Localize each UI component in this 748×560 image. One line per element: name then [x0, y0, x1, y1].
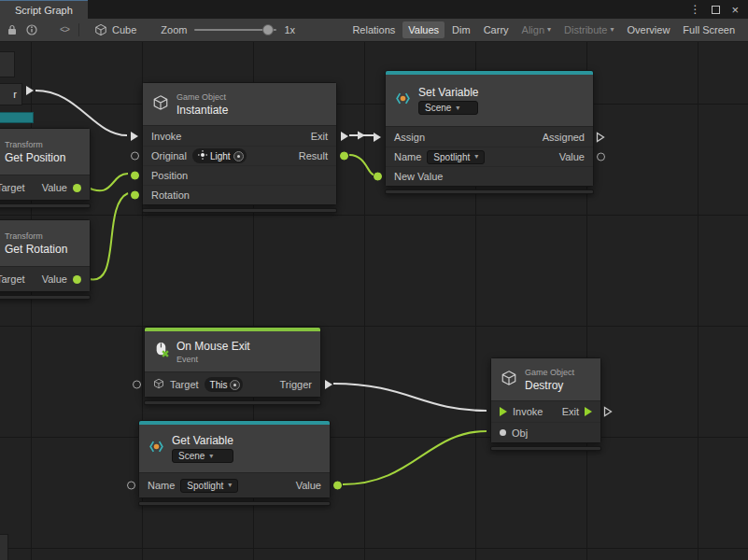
- toolbar-button-values[interactable]: Values: [402, 21, 445, 38]
- port-exit-out[interactable]: [341, 132, 348, 141]
- original-object-field[interactable]: Light: [192, 148, 247, 163]
- port-value-out[interactable]: [597, 153, 605, 161]
- wire-trigger-to-invoke[interactable]: [333, 384, 487, 411]
- node-on-mouse-exit[interactable]: On Mouse Exit Event Target This Trigger: [144, 327, 321, 405]
- node-destroy[interactable]: Game Object Destroy Invoke Exit Obj: [490, 357, 601, 451]
- node-footer: [0, 295, 91, 300]
- port-newvalue-in[interactable]: [374, 173, 382, 181]
- lock-icon[interactable]: [7, 24, 17, 35]
- zoom-slider-knob[interactable]: [262, 24, 274, 35]
- graph-target[interactable]: Cube: [94, 23, 136, 36]
- info-icon[interactable]: [26, 24, 37, 35]
- node-category: Game Object: [525, 368, 574, 377]
- node-footer: [144, 400, 321, 405]
- toolbar-button-align[interactable]: Align▾: [516, 21, 557, 38]
- toolbar-button-fullscreen[interactable]: Full Screen: [677, 21, 741, 38]
- dropdown-arrow-icon: ▾: [547, 26, 551, 34]
- object-picker-icon[interactable]: [230, 380, 240, 390]
- node-fragment[interactable]: r: [0, 83, 22, 105]
- node-category: Transform: [5, 140, 65, 149]
- scope-value: Scene: [178, 451, 205, 461]
- variable-scope-dropdown[interactable]: Scene ▾: [172, 449, 233, 463]
- port-value-out[interactable]: [333, 482, 342, 490]
- port-result-out[interactable]: [340, 152, 348, 161]
- cube-icon: [94, 23, 107, 36]
- toolbar-separator: [78, 23, 79, 36]
- object-picker-icon[interactable]: [233, 151, 244, 161]
- port-label-value: Value: [42, 273, 67, 285]
- port-trigger-out[interactable]: [325, 380, 332, 389]
- toolbar-button-relations[interactable]: Relations: [346, 21, 401, 38]
- port-label-result: Result: [299, 150, 328, 161]
- scope-value: Scene: [425, 103, 451, 113]
- mouse-icon: [154, 342, 169, 361]
- cube-icon: [153, 378, 164, 391]
- node-instantiate[interactable]: Game Object Instantiate Invoke Exit Orig…: [142, 82, 337, 213]
- zoom-label: Zoom: [161, 24, 187, 35]
- port-label-target: Target: [170, 379, 199, 390]
- port-flow-out[interactable]: [26, 86, 34, 95]
- port-label-rotation: Rotation: [151, 189, 190, 201]
- dropdown-arrow-icon: ▾: [209, 453, 213, 460]
- port-label-value: Value: [42, 182, 67, 193]
- port-target-in[interactable]: [133, 381, 141, 389]
- cube-icon: [501, 370, 517, 390]
- port-value-out[interactable]: [73, 184, 81, 192]
- port-label-target: Target: [0, 182, 25, 193]
- cube-icon: [152, 94, 169, 115]
- node-footer: [0, 203, 91, 208]
- port-value-out[interactable]: [73, 275, 81, 284]
- variable-scope-dropdown[interactable]: Scene ▾: [418, 101, 478, 115]
- port-label-original: Original: [151, 150, 187, 161]
- node-fragment[interactable]: [0, 51, 15, 77]
- node-set-variable[interactable]: Set Variable Scene ▾ Assign Assigned: [385, 70, 594, 194]
- node-category: Transform: [5, 231, 67, 241]
- dropdown-arrow-icon: ▾: [456, 105, 459, 112]
- port-obj-in[interactable]: [500, 429, 506, 436]
- wire-result-to-newvalue[interactable]: [349, 155, 374, 175]
- port-invoke-in[interactable]: [500, 407, 507, 416]
- node-title: On Mouse Exit: [176, 340, 250, 353]
- light-icon: [198, 150, 207, 161]
- port-label-value: Value: [559, 151, 585, 162]
- toolbar-button-dim[interactable]: Dim: [446, 21, 476, 38]
- code-icon[interactable]: <>: [60, 25, 69, 35]
- port-position-in[interactable]: [131, 172, 139, 180]
- toolbar-button-carry[interactable]: Carry: [478, 21, 515, 38]
- tab-script-graph[interactable]: Script Graph: [0, 0, 88, 19]
- port-invoke-in[interactable]: [131, 132, 138, 141]
- variable-name-dropdown[interactable]: Spotlight ▾: [180, 479, 238, 493]
- node-get-position[interactable]: Transform Get Position Target Value: [0, 128, 91, 208]
- zoom-slider[interactable]: [194, 29, 276, 31]
- port-rotation-in[interactable]: [131, 191, 139, 200]
- port-exit-out[interactable]: [603, 406, 613, 417]
- node-title: Get Rotation: [5, 243, 67, 256]
- menu-icon[interactable]: ⋮: [689, 4, 700, 15]
- toolbar-button-overview[interactable]: Overview: [622, 21, 676, 38]
- close-icon[interactable]: ×: [731, 4, 739, 16]
- graph-canvas[interactable]: r Transform Get Position Target Value: [0, 42, 748, 560]
- node-get-rotation[interactable]: Transform Get Rotation Target Value: [0, 219, 91, 300]
- wire-getrotation-to-rotation[interactable]: [86, 193, 128, 280]
- wire-getposition-to-position[interactable]: [86, 174, 128, 190]
- port-label-position: Position: [151, 170, 188, 181]
- object-field-value: Light: [210, 151, 231, 161]
- port-assigned-out[interactable]: [596, 132, 605, 143]
- port-label-obj: Obj: [512, 427, 528, 439]
- port-original-in[interactable]: [131, 152, 139, 161]
- toolbar-button-distribute[interactable]: Distribute▾: [558, 21, 619, 38]
- node-fragment[interactable]: [0, 112, 34, 123]
- port-assign-in[interactable]: [374, 133, 381, 142]
- wire-value-to-obj[interactable]: [343, 431, 487, 484]
- node-fragment[interactable]: [0, 534, 8, 560]
- toolbar-buttons: Relations Values Dim Carry Align▾ Distri…: [346, 21, 741, 38]
- port-label-newvalue: New Value: [394, 171, 443, 182]
- variable-name-dropdown[interactable]: Spotlight ▾: [427, 150, 485, 164]
- zoom-control: Zoom 1x: [161, 24, 295, 35]
- node-footer: [385, 189, 594, 194]
- target-object-field[interactable]: This: [205, 377, 244, 392]
- port-name-in[interactable]: [127, 482, 135, 490]
- node-get-variable[interactable]: Get Variable Scene ▾ Name Spotlight ▾ Va: [138, 420, 331, 506]
- port-label-name: Name: [148, 480, 175, 491]
- maximize-icon[interactable]: [712, 6, 720, 14]
